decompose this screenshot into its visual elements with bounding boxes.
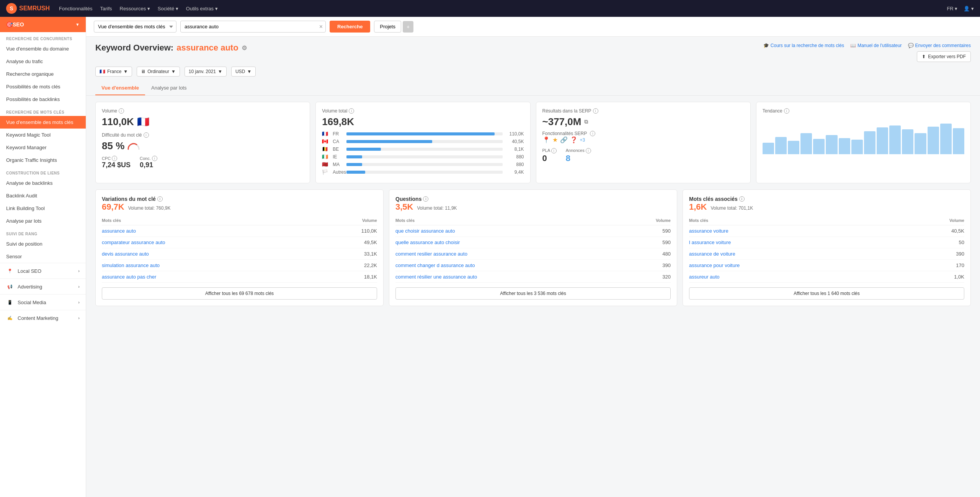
serp-info-icon[interactable]: i [593, 108, 598, 114]
volume-total-info-icon[interactable]: i [349, 108, 354, 114]
tendance-info-icon[interactable]: i [784, 108, 789, 114]
vt-row-ie: 🇮🇪 IE 880 [322, 154, 524, 160]
search-button[interactable]: Recherche [330, 21, 370, 33]
associated-show-all-button[interactable]: Afficher tous les 1 640 mots clés [689, 287, 964, 300]
variations-show-all-button[interactable]: Afficher tous les 69 678 mots clés [102, 287, 377, 300]
tendance-bar-3 [800, 133, 812, 154]
volume-total-value: 169,8K [322, 116, 524, 128]
tab-vue-ensemble[interactable]: Vue d'ensemble [95, 81, 145, 95]
nav-ressources[interactable]: Ressources ▾ [120, 6, 150, 11]
sidebar-item-link-building[interactable]: Link Building Tool [0, 202, 86, 215]
export-icon: ⬆ [922, 54, 926, 59]
sidebar-item-suivi-position[interactable]: Suivi de position [0, 238, 86, 250]
keyword-link[interactable]: simulation assurance auto [102, 262, 160, 268]
filter-date[interactable]: 10 janv. 2021 ▼ [185, 67, 227, 77]
sidebar-item-possibilites-mots[interactable]: Possibilités de mots clés [0, 80, 86, 93]
nav-right: FR ▾ 👤 ▾ [947, 6, 974, 11]
bar-segment [813, 139, 825, 154]
logo[interactable]: S SEMRUSH [6, 3, 50, 14]
sidebar-item-recherche-organique[interactable]: Recherche organique [0, 68, 86, 80]
volume-info-icon[interactable]: i [119, 108, 124, 114]
keyword-link[interactable]: assurance voiture [689, 228, 728, 234]
vt-bar-bg [346, 132, 502, 135]
sidebar-category-local-seo[interactable]: 📍 Local SEO › [0, 263, 86, 279]
bar-segment [940, 124, 952, 154]
link-manuel[interactable]: 📖 Manuel de l'utilisateur [850, 43, 902, 48]
content-marketing-icon: ✍️ [6, 314, 14, 322]
lang-selector[interactable]: FR ▾ [947, 6, 957, 11]
variations-info-icon[interactable]: i [157, 196, 163, 202]
projects-button[interactable]: Projets [374, 21, 401, 33]
keyword-link[interactable]: assureur auto [689, 274, 720, 280]
nav-fonctionnalites[interactable]: Fonctionnalités [59, 6, 92, 11]
ads-info-icon[interactable]: i [586, 148, 591, 153]
keyword-link[interactable]: assurance de voiture [689, 251, 735, 257]
sidebar-item-keyword-manager[interactable]: Keyword Manager [0, 141, 86, 154]
sidebar-item-keyword-magic[interactable]: Keyword Magic Tool [0, 129, 86, 141]
keyword-link[interactable]: devis assurance auto [102, 251, 149, 257]
search-input[interactable] [180, 21, 326, 33]
nav-outils[interactable]: Outils extras ▾ [186, 6, 218, 11]
table-row: comment résilier une assurance auto 320 [395, 271, 671, 283]
sidebar-item-analyse-backlinks[interactable]: Analyse de backlinks [0, 177, 86, 189]
page-title-keyword: assurance auto [176, 43, 238, 53]
currency-chevron: ▼ [247, 69, 252, 74]
keyword-link[interactable]: assurance auto [102, 228, 136, 234]
pla-info-icon[interactable]: i [551, 148, 557, 153]
page-header-links: 🎓 Cours sur la recherche de mots clés 📖 … [763, 43, 971, 48]
filter-country[interactable]: 🇫🇷 France ▼ [95, 67, 132, 77]
cpc-info-icon[interactable]: i [112, 156, 117, 161]
user-menu[interactable]: 👤 ▾ [964, 6, 974, 11]
advertising-label: Advertising [18, 284, 42, 290]
questions-show-all-button[interactable]: Afficher tous les 3 536 mots clés [395, 287, 671, 300]
link-cours[interactable]: 🎓 Cours sur la recherche de mots clés [763, 43, 844, 48]
sidebar-seo-header[interactable]: 🎯 SEO ▼ [0, 17, 86, 32]
sidebar-item-sensor[interactable]: Sensor [0, 250, 86, 263]
country-chevron: ▼ [123, 69, 128, 74]
keyword-link[interactable]: l assurance voiture [689, 240, 731, 245]
settings-icon[interactable]: ⚙ [242, 44, 247, 52]
tendance-bar-5 [826, 135, 837, 154]
keyword-link[interactable]: comparateur assurance auto [102, 240, 165, 245]
keyword-link[interactable]: comment resilier assurance auto [395, 251, 467, 257]
difficulty-info-icon[interactable]: i [144, 132, 149, 138]
keyword-cell: assurance auto [102, 225, 322, 237]
keyword-link[interactable]: comment résilier une assurance auto [395, 274, 477, 280]
link-commentaires[interactable]: 💬 Envoyer des commentaires [908, 43, 971, 48]
sidebar-item-analyse-lots[interactable]: Analyse par lots [0, 215, 86, 227]
keyword-link[interactable]: assurance auto pas cher [102, 274, 156, 280]
sidebar-item-vue-domaine[interactable]: Vue d'ensemble du domaine [0, 42, 86, 55]
view-selector[interactable]: Vue d'ensemble des mots clés [94, 21, 176, 33]
filter-device[interactable]: 🖥 Ordinateur ▼ [137, 67, 180, 77]
keyword-link[interactable]: assurance pour voiture [689, 262, 740, 268]
keyword-link[interactable]: comment changer d assurance auto [395, 262, 475, 268]
export-button[interactable]: ⬆ Exporter vers PDF [917, 51, 971, 62]
nav-societe[interactable]: Société ▾ [158, 6, 178, 11]
clear-button[interactable]: × [319, 24, 323, 30]
questions-info-icon[interactable]: i [423, 196, 428, 202]
tab-analyse-lots[interactable]: Analyse par lots [145, 81, 193, 95]
sidebar-item-backlink-audit[interactable]: Backlink Audit [0, 189, 86, 202]
sidebar-category-social-media[interactable]: 📱 Social Media › [0, 294, 86, 310]
sidebar-item-analyse-trafic[interactable]: Analyse du trafic [0, 55, 86, 68]
table-row: assurance voiture 40,5K [689, 225, 964, 237]
nav-tarifs[interactable]: Tarifs [100, 6, 112, 11]
keyword-link[interactable]: que choisir assurance auto [395, 228, 455, 234]
conc-info-icon[interactable]: i [152, 156, 157, 161]
sidebar-category-content-marketing[interactable]: ✍️ Content Marketing › [0, 310, 86, 326]
keyword-link[interactable]: quelle assurance auto choisir [395, 240, 460, 245]
serp-copy-icon[interactable]: ⧉ [584, 119, 588, 125]
device-label: Ordinateur [147, 69, 169, 74]
sidebar-item-organic-insights[interactable]: Organic Traffic Insights [0, 154, 86, 166]
serp-feat-info-icon[interactable]: i [590, 131, 595, 136]
sidebar-seo-icon: 🎯 [6, 21, 13, 28]
local-seo-icon: 📍 [6, 267, 14, 275]
filter-currency[interactable]: USD ▼ [231, 67, 256, 77]
associated-info-icon[interactable]: i [739, 196, 745, 202]
serp-plus-button[interactable]: +3 [580, 137, 585, 143]
sidebar-category-advertising[interactable]: 📢 Advertising › [0, 279, 86, 294]
sidebar-item-vue-mots-cles[interactable]: Vue d'ensemble des mots clés [0, 116, 86, 129]
add-project-button[interactable]: + [403, 21, 413, 33]
sidebar-item-possibilites-backlinks[interactable]: Possibilités de backlinks [0, 93, 86, 106]
social-media-icon: 📱 [6, 298, 14, 306]
